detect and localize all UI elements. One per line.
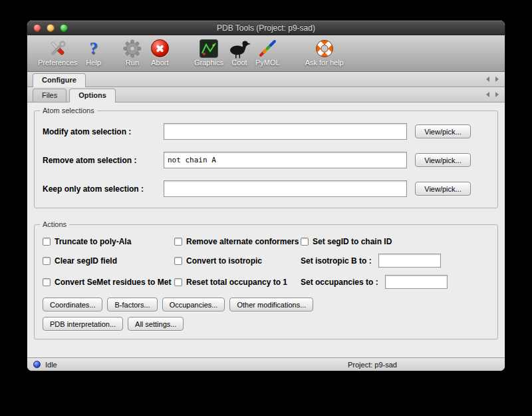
tab-configure-label: Configure xyxy=(42,76,76,84)
set-occupancies-label: Set occupancies to : xyxy=(301,278,378,287)
status-bar: Idle Project: p9-sad xyxy=(27,357,505,371)
modify-atom-selection-row: Modify atom selection : View/pick... xyxy=(43,123,489,140)
reset-total-occupancy-label: Reset total occupancy to 1 xyxy=(186,278,287,287)
project-label: Project: p9-sad xyxy=(348,361,397,369)
modify-view-pick-button[interactable]: View/pick... xyxy=(415,124,471,138)
zoom-button[interactable] xyxy=(60,24,68,32)
pymol-icon xyxy=(257,38,277,59)
reset-total-occupancy-checkbox[interactable]: Reset total occupancy to 1 xyxy=(174,278,301,287)
tab-options-label: Options xyxy=(78,91,106,99)
status-indicator-icon xyxy=(33,361,41,368)
set-occupancies-field: Set occupancies to : xyxy=(301,275,489,289)
keep-only-atom-selection-input[interactable] xyxy=(164,180,407,197)
checkbox-icon[interactable] xyxy=(174,238,182,246)
remove-view-pick-button[interactable]: View/pick... xyxy=(415,153,471,167)
options-panel: Atom selections Modify atom selection : … xyxy=(27,103,505,357)
toolbar-pymol[interactable]: PyMOL xyxy=(255,38,280,67)
toolbar-help-label: Help xyxy=(86,59,101,67)
convert-semet-to-met-label: Convert SeMet residues to Met xyxy=(55,278,171,287)
coordinates-button[interactable]: Coordinates... xyxy=(43,298,102,312)
set-isotropic-b-field: Set isotropic B to : xyxy=(301,254,489,268)
atom-selections-group: Atom selections Modify atom selection : … xyxy=(34,110,498,208)
keep-only-atom-selection-row: Keep only atom selection : View/pick... xyxy=(43,180,489,197)
clear-segid-field-checkbox[interactable]: Clear segID field xyxy=(43,256,174,266)
traffic-lights xyxy=(33,24,68,32)
convert-to-isotropic-label: Convert to isotropic xyxy=(186,256,262,266)
convert-to-isotropic-checkbox[interactable]: Convert to isotropic xyxy=(174,256,301,266)
outer-tab-bar: Configure xyxy=(27,72,505,87)
toolbar-preferences[interactable]: Preferences xyxy=(38,38,77,67)
keep-only-atom-selection-label: Keep only atom selection : xyxy=(43,184,164,194)
gear-icon xyxy=(122,38,142,59)
tab-scroll-left-icon[interactable] xyxy=(486,92,489,97)
actions-group-title: Actions xyxy=(40,220,69,228)
remove-alternate-conformers-label: Remove alternate conformers xyxy=(186,237,299,246)
remove-atom-selection-input[interactable] xyxy=(164,152,407,168)
pdb-interpretation-button[interactable]: PDB interpretation... xyxy=(43,317,123,331)
tab-files-label: Files xyxy=(42,91,57,99)
tab-options[interactable]: Options xyxy=(69,89,116,102)
actions-group: Actions Truncate to poly-Ala Remove alte… xyxy=(34,224,498,339)
checkbox-icon[interactable] xyxy=(301,238,309,246)
toolbar-abort[interactable]: Abort xyxy=(151,38,169,67)
checkbox-icon[interactable] xyxy=(43,278,51,286)
remove-alternate-conformers-checkbox[interactable]: Remove alternate conformers xyxy=(174,237,301,246)
actions-row-3: Convert SeMet residues to Met Reset tota… xyxy=(43,275,489,289)
checkbox-icon[interactable] xyxy=(174,278,182,286)
graphics-icon xyxy=(200,38,218,59)
lifebuoy-icon xyxy=(315,38,334,59)
actions-row-2: Clear segID field Convert to isotropic S… xyxy=(43,254,489,268)
checkbox-icon[interactable] xyxy=(43,238,51,246)
toolbar-run-label: Run xyxy=(126,59,139,67)
clear-segid-field-label: Clear segID field xyxy=(55,256,117,266)
set-segid-to-chain-id-checkbox[interactable]: Set segID to chain ID xyxy=(301,237,489,246)
atom-selections-group-title: Atom selections xyxy=(40,106,97,114)
pdb-tools-window: PDB Tools (Project: p9-sad) Preferences xyxy=(27,20,505,371)
toolbar-coot[interactable]: Coot xyxy=(228,38,251,67)
status-text: Idle xyxy=(45,361,57,369)
question-icon: ? xyxy=(89,38,98,59)
tab-scroll-right-icon[interactable] xyxy=(495,77,499,82)
toolbar-ask-for-help[interactable]: Ask for help xyxy=(305,38,344,67)
toolbar-coot-label: Coot xyxy=(231,59,247,67)
other-modifications-button[interactable]: Other modifications... xyxy=(229,298,313,312)
convert-semet-to-met-checkbox[interactable]: Convert SeMet residues to Met xyxy=(43,278,174,287)
set-isotropic-b-input[interactable] xyxy=(378,254,441,268)
occupancies-button[interactable]: Occupancies... xyxy=(162,298,225,312)
set-isotropic-b-label: Set isotropic B to : xyxy=(301,256,372,266)
toolbar-preferences-label: Preferences xyxy=(38,59,77,67)
window-title: PDB Tools (Project: p9-sad) xyxy=(27,23,505,33)
actions-row-1: Truncate to poly-Ala Remove alternate co… xyxy=(43,237,489,246)
abort-icon xyxy=(151,38,169,59)
toolbar-graphics-label: Graphics xyxy=(194,59,223,67)
checkbox-icon[interactable] xyxy=(43,257,51,265)
toolbar-graphics[interactable]: Graphics xyxy=(194,38,223,67)
close-button[interactable] xyxy=(33,24,41,32)
set-segid-to-chain-id-label: Set segID to chain ID xyxy=(313,237,392,246)
actions-button-row-2: PDB interpretation... All settings... xyxy=(43,317,489,331)
remove-atom-selection-row: Remove atom selection : View/pick... xyxy=(43,152,489,168)
toolbar-ask-for-help-label: Ask for help xyxy=(305,59,344,67)
keep-only-view-pick-button[interactable]: View/pick... xyxy=(415,182,471,196)
tab-configure[interactable]: Configure xyxy=(33,73,86,87)
toolbar-run[interactable]: Run xyxy=(122,38,142,67)
truncate-poly-ala-checkbox[interactable]: Truncate to poly-Ala xyxy=(43,237,174,246)
inner-tab-scroll xyxy=(486,92,499,97)
actions-button-row-1: Coordinates... B-factors... Occupancies.… xyxy=(43,298,489,312)
tab-files[interactable]: Files xyxy=(33,89,66,102)
all-settings-button[interactable]: All settings... xyxy=(128,317,184,331)
modify-atom-selection-label: Modify atom selection : xyxy=(43,127,164,136)
toolbar-abort-label: Abort xyxy=(151,59,168,67)
minimize-button[interactable] xyxy=(47,24,55,32)
tab-scroll-right-icon[interactable] xyxy=(495,92,499,97)
coot-bird-icon xyxy=(228,38,251,59)
set-occupancies-input[interactable] xyxy=(385,275,448,289)
checkbox-icon[interactable] xyxy=(174,257,182,265)
toolbar-pymol-label: PyMOL xyxy=(255,59,280,67)
toolbar-help[interactable]: ? Help xyxy=(86,38,101,67)
modify-atom-selection-input[interactable] xyxy=(164,123,407,140)
truncate-poly-ala-label: Truncate to poly-Ala xyxy=(55,237,131,246)
remove-atom-selection-label: Remove atom selection : xyxy=(43,156,164,165)
tab-scroll-left-icon[interactable] xyxy=(486,77,489,82)
b-factors-button[interactable]: B-factors... xyxy=(107,298,157,312)
